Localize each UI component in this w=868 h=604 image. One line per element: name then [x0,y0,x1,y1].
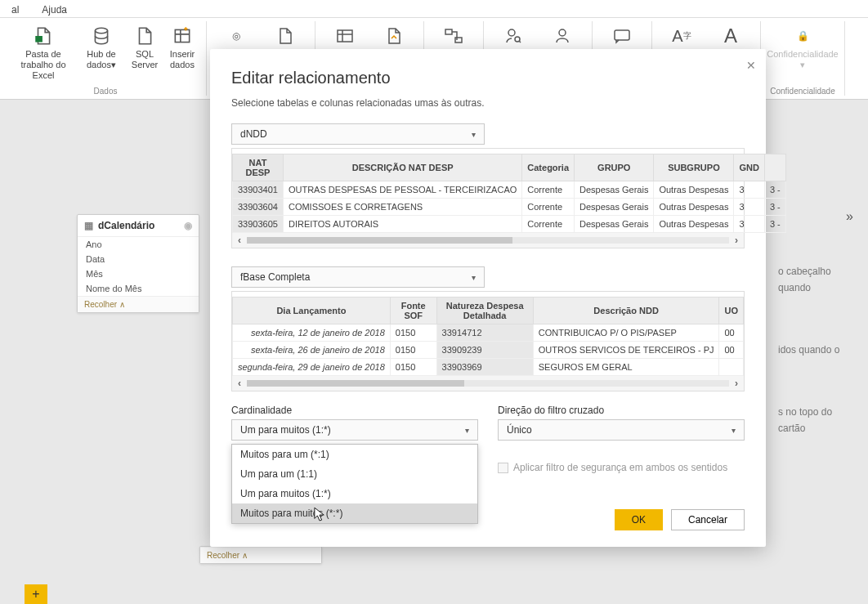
cardinality-option[interactable]: Muitos para um (*:1) [232,445,477,464]
table-row: 33903605DIREITOS AUTORAISCorrenteDespesa… [233,216,786,233]
close-icon[interactable]: ✕ [746,59,756,72]
ok-button[interactable]: OK [615,509,663,530]
table2-preview: Dia Lançamento Fonte SOF Natureza Despes… [232,297,744,376]
table-row: segunda-feira, 29 de janeiro de 20180150… [233,359,744,376]
cardinality-option[interactable]: Muitos para muitos (*:*) [232,503,477,523]
dialog-title: Editar relacionamento [231,69,745,87]
chevron-down-icon: ▾ [732,426,736,435]
chevron-down-icon: ▾ [472,273,476,282]
scroll-right-icon[interactable]: › [729,235,744,246]
cancel-button[interactable]: Cancelar [671,509,745,530]
scroll-right-icon[interactable]: › [729,378,744,389]
scroll-left-icon[interactable]: ‹ [232,235,247,246]
table1-preview: NAT DESP DESCRIÇÃO NAT DESP Categoria GR… [232,154,786,233]
table-row: sexta-feira, 12 de janeiro de 2018015033… [233,324,744,342]
table2-dropdown[interactable]: fBase Completa ▾ [231,266,485,288]
table1-scrollbar[interactable]: ‹ › [232,233,744,248]
cardinality-dropdown[interactable]: Um para muitos (1:*) ▾ [231,419,478,441]
table-row: 33903401OUTRAS DESPESAS DE PESSOAL - TER… [233,181,786,199]
chevron-down-icon: ▾ [472,130,476,139]
table-row: 33903604COMISSOES E CORRETAGENSCorrenteD… [233,199,786,216]
security-filter-label: Aplicar filtro de segurança em ambos os … [513,462,727,473]
table1-dropdown[interactable]: dNDD ▾ [231,123,485,145]
table-row: sexta-feira, 26 de janeiro de 2018015033… [233,342,744,359]
cardinality-option[interactable]: Um para muitos (1:*) [232,484,477,503]
chevron-down-icon: ▾ [465,426,469,435]
crossfilter-label: Direção do filtro cruzado [498,405,745,416]
edit-relationship-dialog: ✕ Editar relacionamento Selecione tabela… [210,49,766,547]
scroll-left-icon[interactable]: ‹ [232,378,247,389]
cardinality-label: Cardinalidade [231,405,478,416]
crossfilter-dropdown[interactable]: Único ▾ [498,419,745,441]
dialog-backdrop: ✕ Editar relacionamento Selecione tabela… [0,0,868,604]
security-filter-checkbox[interactable] [498,463,508,473]
dialog-subtitle: Selecione tabelas e colunas relacionadas… [231,97,745,109]
cardinality-popup: Muitos para um (*:1) Um para um (1:1) Um… [231,444,478,524]
cardinality-option[interactable]: Um para um (1:1) [232,464,477,484]
table2-scrollbar[interactable]: ‹ › [232,376,744,391]
